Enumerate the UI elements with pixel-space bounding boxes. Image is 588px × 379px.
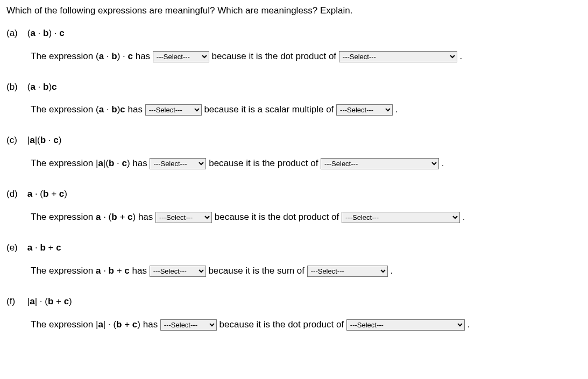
part-e-select-2[interactable]: ---Select--- — [307, 266, 388, 277]
text: The expression |a| · (b + c) — [31, 319, 140, 330]
part-a-label: (a) — [6, 27, 25, 40]
period: . — [460, 212, 465, 222]
text: because it is the dot product of — [209, 51, 339, 61]
part-c-select-1[interactable]: ---Select--- — [150, 158, 206, 169]
period: . — [393, 104, 398, 115]
part-b-sentence: The expression (a · b)c has ---Select---… — [31, 101, 582, 119]
part-b-select-1[interactable]: ---Select--- — [145, 104, 202, 116]
part-c: (c) |a|(b · c) The expression |a|(b · c)… — [6, 134, 582, 173]
question-prompt: Which of the following expressions are m… — [6, 4, 582, 17]
text: The expression (a · b)c — [31, 104, 125, 115]
part-d-expression: a · (b + c) — [27, 188, 67, 201]
part-b: (b) (a · b)c The expression (a · b)c has… — [6, 81, 582, 119]
text: because it is the dot product of — [212, 212, 342, 222]
period: . — [388, 266, 393, 276]
part-b-label: (b) — [6, 81, 25, 94]
part-f-expression: |a| · (b + c) — [27, 295, 72, 308]
part-f-sentence: The expression |a| · (b + c) has ---Sele… — [31, 316, 582, 334]
part-f-select-1[interactable]: ---Select--- — [160, 319, 217, 331]
part-c-expression: |a|(b · c) — [27, 134, 62, 147]
part-d-label: (d) — [6, 188, 25, 201]
text: The expression a · b + c — [31, 266, 130, 276]
part-a-sentence: The expression (a · b) · c has ---Select… — [31, 47, 582, 66]
part-a-select-1[interactable]: ---Select--- — [153, 51, 209, 62]
text: has — [133, 51, 153, 61]
part-d-select-1[interactable]: ---Select--- — [155, 212, 212, 223]
part-f: (f) |a| · (b + c) The expression |a| · (… — [6, 295, 582, 334]
text: The expression (a · b) · c — [31, 51, 133, 61]
part-d-sentence: The expression a · (b + c) has ---Select… — [31, 208, 582, 226]
part-b-select-2[interactable]: ---Select--- — [336, 104, 393, 116]
part-f-select-2[interactable]: ---Select--- — [346, 319, 465, 331]
text: has — [130, 158, 150, 168]
part-a-expression: (a · b) · c — [27, 27, 65, 40]
part-b-expression: (a · b)c — [27, 81, 57, 94]
text: has — [140, 319, 160, 330]
part-e-select-1[interactable]: ---Select--- — [150, 266, 206, 277]
part-e-label: (e) — [6, 241, 25, 254]
part-a: (a) (a · b) · c The expression (a · b) ·… — [6, 27, 582, 66]
period: . — [465, 319, 470, 330]
text: The expression |a|(b · c) — [31, 158, 130, 168]
part-d: (d) a · (b + c) The expression a · (b + … — [6, 188, 582, 226]
part-a-select-2[interactable]: ---Select--- — [339, 51, 457, 62]
part-c-label: (c) — [6, 134, 25, 147]
text: because it is the dot product of — [217, 319, 346, 330]
part-d-select-2[interactable]: ---Select--- — [342, 212, 460, 223]
part-c-sentence: The expression |a|(b · c) has ---Select-… — [31, 154, 582, 173]
text: has — [125, 104, 145, 115]
part-e-expression: a · b + c — [27, 241, 61, 254]
part-f-label: (f) — [6, 295, 25, 308]
part-e: (e) a · b + c The expression a · b + c h… — [6, 241, 582, 280]
text: has — [130, 266, 150, 276]
period: . — [457, 51, 462, 61]
text: because it is the product of — [206, 158, 321, 168]
period: . — [439, 158, 444, 168]
text: because it is the sum of — [206, 266, 307, 276]
text: has — [136, 212, 155, 222]
text: because it is a scalar multiple of — [202, 104, 336, 115]
text: The expression a · (b + c) — [31, 212, 136, 222]
part-e-sentence: The expression a · b + c has ---Select--… — [31, 262, 582, 280]
part-c-select-2[interactable]: ---Select--- — [321, 158, 439, 169]
